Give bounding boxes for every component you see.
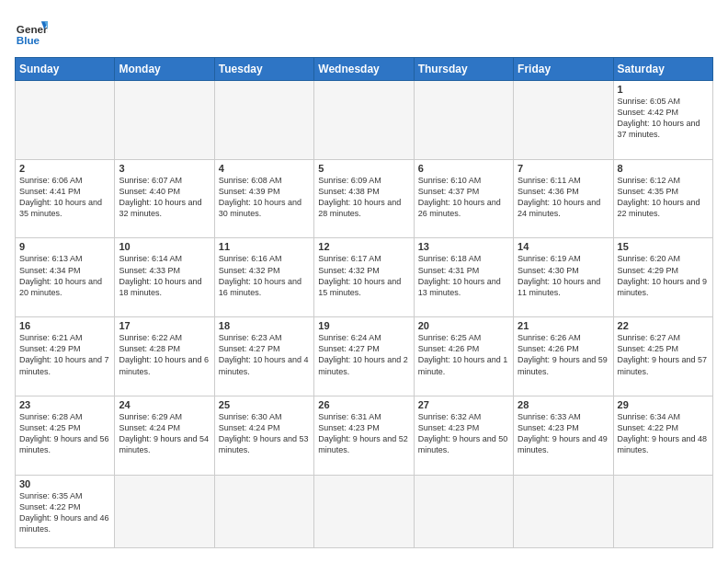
day-info: Sunrise: 6:09 AMSunset: 4:38 PMDaylight:… [318,175,409,220]
day-info: Sunrise: 6:34 AMSunset: 4:22 PMDaylight:… [618,411,709,456]
day-number: 6 [418,163,509,174]
day-number: 4 [219,163,310,174]
day-info: Sunrise: 6:26 AMSunset: 4:26 PMDaylight:… [518,332,609,377]
day-number: 19 [318,320,409,331]
day-cell: 10Sunrise: 6:14 AMSunset: 4:33 PMDayligh… [115,238,214,317]
day-number: 30 [19,478,110,489]
day-cell: 30Sunrise: 6:35 AMSunset: 4:22 PMDayligh… [16,475,115,547]
day-number: 9 [19,241,110,252]
day-info: Sunrise: 6:32 AMSunset: 4:23 PMDaylight:… [418,411,509,456]
weekday-tuesday: Tuesday [214,58,313,81]
day-cell [214,475,313,547]
weekday-header-row: SundayMondayTuesdayWednesdayThursdayFrid… [16,58,713,81]
day-number: 25 [219,399,310,410]
day-number: 8 [618,163,709,174]
day-cell [214,81,313,160]
day-info: Sunrise: 6:07 AMSunset: 4:40 PMDaylight:… [119,175,210,220]
week-row-5: 23Sunrise: 6:28 AMSunset: 4:25 PMDayligh… [16,396,713,475]
weekday-thursday: Thursday [414,58,513,81]
day-number: 17 [119,320,210,331]
day-cell [514,81,613,160]
day-number: 26 [318,399,409,410]
day-cell: 2Sunrise: 6:06 AMSunset: 4:41 PMDaylight… [16,159,115,238]
day-cell [115,475,214,547]
svg-text:Blue: Blue [17,34,40,46]
day-number: 10 [119,241,210,252]
day-info: Sunrise: 6:21 AMSunset: 4:29 PMDaylight:… [19,332,110,377]
day-number: 24 [119,399,210,410]
weekday-sunday: Sunday [16,58,115,81]
day-cell: 22Sunrise: 6:27 AMSunset: 4:25 PMDayligh… [613,317,712,396]
day-number: 3 [119,163,210,174]
week-row-3: 9Sunrise: 6:13 AMSunset: 4:34 PMDaylight… [16,238,713,317]
day-number: 20 [418,320,509,331]
day-cell: 4Sunrise: 6:08 AMSunset: 4:39 PMDaylight… [214,159,313,238]
day-info: Sunrise: 6:12 AMSunset: 4:35 PMDaylight:… [618,175,709,220]
day-number: 15 [618,241,709,252]
day-number: 12 [318,241,409,252]
day-info: Sunrise: 6:10 AMSunset: 4:37 PMDaylight:… [418,175,509,220]
day-cell: 23Sunrise: 6:28 AMSunset: 4:25 PMDayligh… [16,396,115,475]
day-cell: 9Sunrise: 6:13 AMSunset: 4:34 PMDaylight… [16,238,115,317]
day-info: Sunrise: 6:35 AMSunset: 4:22 PMDaylight:… [19,490,110,535]
day-info: Sunrise: 6:18 AMSunset: 4:31 PMDaylight:… [418,253,509,298]
day-info: Sunrise: 6:31 AMSunset: 4:23 PMDaylight:… [318,411,409,456]
day-info: Sunrise: 6:22 AMSunset: 4:28 PMDaylight:… [119,332,210,377]
day-number: 14 [518,241,609,252]
day-cell: 3Sunrise: 6:07 AMSunset: 4:40 PMDaylight… [115,159,214,238]
day-cell: 29Sunrise: 6:34 AMSunset: 4:22 PMDayligh… [613,396,712,475]
day-cell: 19Sunrise: 6:24 AMSunset: 4:27 PMDayligh… [314,317,414,396]
day-cell: 11Sunrise: 6:16 AMSunset: 4:32 PMDayligh… [214,238,313,317]
day-info: Sunrise: 6:20 AMSunset: 4:29 PMDaylight:… [618,253,709,298]
day-number: 27 [418,399,509,410]
weekday-saturday: Saturday [613,58,712,81]
week-row-2: 2Sunrise: 6:06 AMSunset: 4:41 PMDaylight… [16,159,713,238]
day-info: Sunrise: 6:29 AMSunset: 4:24 PMDaylight:… [119,411,210,456]
day-info: Sunrise: 6:16 AMSunset: 4:32 PMDaylight:… [219,253,310,298]
day-cell: 25Sunrise: 6:30 AMSunset: 4:24 PMDayligh… [214,396,313,475]
day-cell [115,81,214,160]
day-cell [613,475,712,547]
day-info: Sunrise: 6:25 AMSunset: 4:26 PMDaylight:… [418,332,509,377]
day-info: Sunrise: 6:33 AMSunset: 4:23 PMDaylight:… [518,411,609,456]
day-info: Sunrise: 6:08 AMSunset: 4:39 PMDaylight:… [219,175,310,220]
day-cell [16,81,115,160]
header: General Blue [15,15,713,48]
day-cell: 1Sunrise: 6:05 AMSunset: 4:42 PMDaylight… [613,81,712,160]
day-cell: 12Sunrise: 6:17 AMSunset: 4:32 PMDayligh… [314,238,414,317]
calendar: SundayMondayTuesdayWednesdayThursdayFrid… [15,57,713,548]
day-number: 16 [19,320,110,331]
day-number: 13 [418,241,509,252]
day-info: Sunrise: 6:06 AMSunset: 4:41 PMDaylight:… [19,175,110,220]
day-info: Sunrise: 6:17 AMSunset: 4:32 PMDaylight:… [318,253,409,298]
logo-icon: General Blue [15,15,48,48]
day-cell: 5Sunrise: 6:09 AMSunset: 4:38 PMDaylight… [314,159,414,238]
day-cell: 26Sunrise: 6:31 AMSunset: 4:23 PMDayligh… [314,396,414,475]
day-info: Sunrise: 6:28 AMSunset: 4:25 PMDaylight:… [19,411,110,456]
week-row-4: 16Sunrise: 6:21 AMSunset: 4:29 PMDayligh… [16,317,713,396]
weekday-wednesday: Wednesday [314,58,414,81]
day-cell [314,81,414,160]
day-cell: 6Sunrise: 6:10 AMSunset: 4:37 PMDaylight… [414,159,513,238]
day-cell [414,81,513,160]
week-row-1: 1Sunrise: 6:05 AMSunset: 4:42 PMDaylight… [16,81,713,160]
logo: General Blue [15,15,48,48]
day-number: 7 [518,163,609,174]
day-cell [514,475,613,547]
day-cell: 21Sunrise: 6:26 AMSunset: 4:26 PMDayligh… [514,317,613,396]
day-cell: 16Sunrise: 6:21 AMSunset: 4:29 PMDayligh… [16,317,115,396]
day-info: Sunrise: 6:19 AMSunset: 4:30 PMDaylight:… [518,253,609,298]
day-info: Sunrise: 6:05 AMSunset: 4:42 PMDaylight:… [618,96,709,141]
day-info: Sunrise: 6:27 AMSunset: 4:25 PMDaylight:… [618,332,709,377]
week-row-6: 30Sunrise: 6:35 AMSunset: 4:22 PMDayligh… [16,475,713,547]
day-cell: 8Sunrise: 6:12 AMSunset: 4:35 PMDaylight… [613,159,712,238]
day-info: Sunrise: 6:30 AMSunset: 4:24 PMDaylight:… [219,411,310,456]
day-number: 1 [618,84,709,95]
day-number: 18 [219,320,310,331]
day-cell: 17Sunrise: 6:22 AMSunset: 4:28 PMDayligh… [115,317,214,396]
day-number: 28 [518,399,609,410]
day-cell: 24Sunrise: 6:29 AMSunset: 4:24 PMDayligh… [115,396,214,475]
day-number: 11 [219,241,310,252]
day-info: Sunrise: 6:14 AMSunset: 4:33 PMDaylight:… [119,253,210,298]
day-cell: 15Sunrise: 6:20 AMSunset: 4:29 PMDayligh… [613,238,712,317]
